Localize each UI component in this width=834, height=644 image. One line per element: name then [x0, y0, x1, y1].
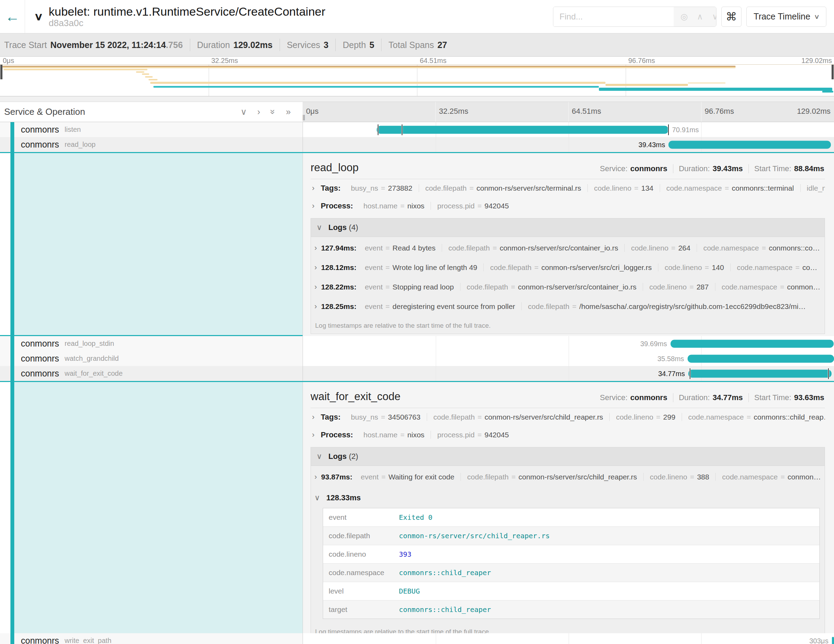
- table-row: targetconmonrs::child_reaper: [323, 600, 819, 619]
- page-title: kubelet: runtime.v1.RuntimeService/Creat…: [49, 5, 325, 18]
- span-row-read-loop-stdin[interactable]: conmonrs read_loop_stdin 39.69ms: [0, 336, 834, 351]
- trace-minimap[interactable]: [0, 65, 834, 96]
- process-row[interactable]: › Process: host.name=nixosprocess.pid=94…: [310, 426, 825, 443]
- span-title: wait_for_exit_code: [310, 390, 401, 403]
- span-bar-lane[interactable]: 34.77ms: [302, 366, 834, 381]
- collapse-one-icon[interactable]: ∨: [241, 107, 247, 117]
- timeline-tick: 64.51ms: [572, 107, 601, 116]
- trace-id: d8a3a0c: [49, 18, 325, 28]
- kv-field: code.namespace=co…: [731, 264, 824, 271]
- service-color-accent: [10, 122, 14, 137]
- logs-count: (2): [349, 452, 358, 461]
- minimap-left-handle[interactable]: [0, 65, 2, 79]
- service-color-accent: [10, 336, 14, 351]
- kv-field: code.lineno=140: [658, 264, 731, 271]
- kv-field: event=Stopping read loop: [359, 283, 460, 291]
- log-marker: [690, 368, 690, 379]
- log-entry[interactable]: ›128.12ms:event=Wrote log line of length…: [311, 258, 824, 277]
- back-button[interactable]: ←: [0, 0, 25, 33]
- kv-field: code.filepath=conmon-rs/server/src/conta…: [460, 283, 643, 291]
- chevron-down-icon: ∨: [317, 452, 322, 461]
- detail-body: wait_for_exit_code Service:conmonrs Dura…: [302, 382, 834, 633]
- kv-field: event=Wrote log line of length 49: [359, 264, 483, 271]
- span-row-write-exit-path[interactable]: conmonrs write_exit_path 303μs: [0, 633, 834, 644]
- span-duration-bar[interactable]: [668, 141, 831, 149]
- tags-row[interactable]: › Tags: busy_ns=273882code.filepath=conm…: [310, 179, 825, 197]
- depth-value: 5: [369, 40, 374, 50]
- target-icon[interactable]: ◎: [680, 12, 688, 21]
- duration-value: 129.02ms: [233, 40, 273, 50]
- span-bar-lane[interactable]: 39.69ms: [302, 336, 834, 351]
- start-time-label: Start Time:: [754, 393, 791, 402]
- log-entry[interactable]: ›128.22ms:event=Stopping read loopcode.f…: [311, 277, 824, 297]
- tags-row[interactable]: › Tags: busy_ns=34506763code.filepath=co…: [310, 408, 825, 426]
- minimap-span: [599, 88, 832, 91]
- span-row-listen[interactable]: conmonrs listen 70.91ms: [0, 122, 834, 137]
- log-entry[interactable]: ›93.87ms:event=Waiting for exit codecode…: [311, 467, 824, 487]
- span-detail-wait-for-exit-code: wait_for_exit_code Service:conmonrs Dura…: [0, 382, 834, 633]
- trace-collapse-toggle[interactable]: ∨: [34, 10, 43, 23]
- span-duration-bar[interactable]: [377, 126, 668, 134]
- span-row-wait-for-exit-code[interactable]: conmonrs wait_for_exit_code 34.77ms: [0, 366, 834, 382]
- minimap-span: [2, 67, 735, 68]
- chevron-down-icon[interactable]: ∨: [712, 12, 716, 21]
- log-entry[interactable]: ›128.25ms:event=deregistering event sour…: [311, 297, 824, 316]
- operation-name: read_loop_stdin: [65, 340, 114, 348]
- span-bar-lane[interactable]: 35.58ms: [302, 351, 834, 366]
- log-entry[interactable]: ›127.94ms:event=Read 4 bytescode.filepat…: [311, 238, 824, 258]
- minimap-right-handle[interactable]: [832, 65, 834, 79]
- span-bar-lane[interactable]: 39.43ms: [302, 137, 834, 152]
- find-input[interactable]: [553, 7, 674, 26]
- minimap-span: [145, 76, 153, 78]
- table-row: code.namespaceconmonrs::child_reaper: [323, 564, 819, 582]
- expand-all-icon[interactable]: »: [286, 107, 291, 117]
- log-fields-table: eventExited 0code.filepathconmon-rs/serv…: [323, 508, 820, 619]
- kv-field: host.name=nixos: [357, 202, 431, 210]
- timeline-tick: 32.25ms: [439, 107, 468, 116]
- logs-list: ›93.87ms:event=Waiting for exit codecode…: [311, 466, 824, 488]
- process-row[interactable]: › Process: host.name=nixosprocess.pid=94…: [310, 197, 825, 215]
- timeline-tick-header: 0μs 32.25ms 64.51ms 96.76ms 129.02ms: [302, 102, 834, 122]
- span-duration-bar[interactable]: [688, 354, 834, 362]
- keyboard-shortcuts-button[interactable]: ⌘: [721, 6, 742, 27]
- minimap-resizer[interactable]: [0, 96, 834, 102]
- kv-field: code.namespace=conmonrs::terminal: [660, 184, 800, 192]
- logs-header[interactable]: ∨ Logs (2): [311, 447, 824, 466]
- expanded-log-header[interactable]: ∨ 128.33ms: [311, 488, 824, 505]
- chevron-down-icon: ∨: [34, 11, 43, 22]
- service-value: conmonrs: [630, 164, 667, 173]
- service-color-accent: [10, 366, 14, 381]
- chevron-right-icon: ›: [312, 201, 314, 210]
- collapse-all-icon[interactable]: »: [268, 110, 278, 115]
- span-row-watch-grandchild[interactable]: conmonrs watch_grandchild 35.58ms: [0, 351, 834, 366]
- span-bar-lane[interactable]: 70.91ms: [302, 122, 834, 137]
- process-fields: host.name=nixosprocess.pid=942045: [357, 202, 515, 210]
- chevron-down-icon: ∨: [314, 494, 320, 502]
- trace-start-fraction: .756: [166, 40, 183, 50]
- kv-field: busy_ns=34506763: [345, 413, 427, 421]
- logs-header[interactable]: ∨ Logs (4): [311, 218, 824, 237]
- column-resize-handle[interactable]: ‖: [302, 113, 305, 123]
- expand-one-icon[interactable]: ›: [257, 107, 260, 117]
- view-selector-button[interactable]: Trace Timeline ∨: [746, 6, 826, 27]
- span-row-read-loop[interactable]: conmonrs read_loop 39.43ms: [0, 137, 834, 153]
- chevron-up-icon[interactable]: ∧: [697, 12, 703, 21]
- kv-field: code.filepath=conmon-rs/server/src/termi…: [419, 184, 587, 192]
- kv-field: code.namespace=conmonrs::co…: [697, 244, 824, 252]
- kv-field: event=deregistering event source from po…: [359, 303, 521, 310]
- span-stats: Service:conmonrs Duration:34.77ms Start …: [600, 393, 824, 402]
- span-duration-label: 39.43ms: [638, 141, 665, 149]
- kv-field: code.filepath=conmon-rs/server/src/child…: [427, 413, 609, 421]
- span-duration-bar[interactable]: [671, 340, 834, 348]
- service-operation-title: Service & Operation: [4, 107, 85, 117]
- minimap-span: [822, 91, 833, 92]
- view-selector-label: Trace Timeline: [754, 11, 810, 21]
- log-marker: [402, 124, 402, 135]
- minimap-span: [136, 71, 144, 73]
- start-time-label: Start Time:: [754, 164, 791, 173]
- span-duration-bar[interactable]: [688, 369, 832, 377]
- duration-value: 34.77ms: [713, 393, 743, 402]
- span-duration-bar[interactable]: [832, 637, 834, 644]
- kv-field: idle_n…: [800, 184, 825, 192]
- span-bar-lane[interactable]: 303μs: [302, 633, 834, 644]
